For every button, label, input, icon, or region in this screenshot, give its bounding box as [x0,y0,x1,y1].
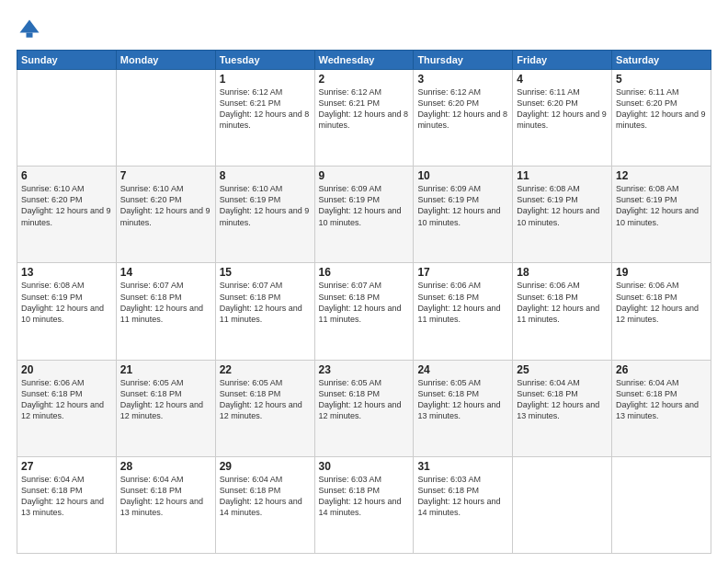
page: SundayMondayTuesdayWednesdayThursdayFrid… [0,0,728,563]
svg-rect-1 [27,33,33,38]
day-info: Sunrise: 6:04 AM Sunset: 6:18 PM Dayligh… [220,474,311,519]
day-info: Sunrise: 6:10 AM Sunset: 6:19 PM Dayligh… [220,183,311,228]
day-number: 19 [616,266,707,279]
day-info: Sunrise: 6:09 AM Sunset: 6:19 PM Dayligh… [417,183,508,228]
calendar-cell [17,70,117,167]
logo [17,17,46,42]
day-number: 21 [120,363,211,376]
day-info: Sunrise: 6:08 AM Sunset: 6:19 PM Dayligh… [616,183,707,228]
calendar-cell: 12Sunrise: 6:08 AM Sunset: 6:19 PM Dayli… [612,167,711,263]
day-info: Sunrise: 6:12 AM Sunset: 6:20 PM Dayligh… [417,86,508,132]
calendar-cell [116,70,215,167]
day-info: Sunrise: 6:04 AM Sunset: 6:18 PM Dayligh… [616,377,707,422]
day-number: 28 [120,460,211,473]
calendar-cell: 13Sunrise: 6:08 AM Sunset: 6:19 PM Dayli… [17,263,117,360]
day-info: Sunrise: 6:04 AM Sunset: 6:18 PM Dayligh… [120,474,211,519]
day-info: Sunrise: 6:07 AM Sunset: 6:18 PM Dayligh… [120,280,211,325]
calendar-cell: 3Sunrise: 6:12 AM Sunset: 6:20 PM Daylig… [414,70,513,167]
calendar-cell: 9Sunrise: 6:09 AM Sunset: 6:19 PM Daylig… [314,167,414,263]
day-number: 10 [417,169,508,182]
day-info: Sunrise: 6:05 AM Sunset: 6:18 PM Dayligh… [120,377,211,422]
calendar-cell: 19Sunrise: 6:06 AM Sunset: 6:18 PM Dayli… [612,263,711,360]
day-info: Sunrise: 6:06 AM Sunset: 6:18 PM Dayligh… [417,280,508,325]
day-info: Sunrise: 6:09 AM Sunset: 6:19 PM Dayligh… [319,183,410,228]
calendar-cell: 31Sunrise: 6:03 AM Sunset: 6:18 PM Dayli… [414,456,513,553]
day-info: Sunrise: 6:11 AM Sunset: 6:20 PM Dayligh… [517,86,608,132]
calendar-cell: 23Sunrise: 6:05 AM Sunset: 6:18 PM Dayli… [314,360,414,456]
day-number: 14 [120,266,211,279]
calendar-cell: 26Sunrise: 6:04 AM Sunset: 6:18 PM Dayli… [612,360,711,456]
day-number: 17 [417,266,508,279]
calendar-cell: 27Sunrise: 6:04 AM Sunset: 6:18 PM Dayli… [17,456,117,553]
calendar-cell: 6Sunrise: 6:10 AM Sunset: 6:20 PM Daylig… [17,167,117,263]
week-row-4: 27Sunrise: 6:04 AM Sunset: 6:18 PM Dayli… [17,456,711,553]
weekday-header-tuesday: Tuesday [215,51,314,70]
day-number: 1 [220,73,311,86]
day-info: Sunrise: 6:06 AM Sunset: 6:18 PM Dayligh… [21,377,112,422]
calendar-cell: 16Sunrise: 6:07 AM Sunset: 6:18 PM Dayli… [314,263,414,360]
day-number: 5 [616,73,707,86]
weekday-header-saturday: Saturday [612,51,711,70]
calendar-cell [513,456,612,553]
calendar-cell: 28Sunrise: 6:04 AM Sunset: 6:18 PM Dayli… [116,456,215,553]
weekday-header-thursday: Thursday [414,51,513,70]
calendar-cell: 5Sunrise: 6:11 AM Sunset: 6:20 PM Daylig… [612,70,711,167]
calendar-cell: 14Sunrise: 6:07 AM Sunset: 6:18 PM Dayli… [116,263,215,360]
day-info: Sunrise: 6:05 AM Sunset: 6:18 PM Dayligh… [319,377,410,422]
day-info: Sunrise: 6:10 AM Sunset: 6:20 PM Dayligh… [120,183,211,228]
day-info: Sunrise: 6:03 AM Sunset: 6:18 PM Dayligh… [319,474,410,519]
day-number: 4 [517,73,608,86]
weekday-header-friday: Friday [513,51,612,70]
calendar-cell: 1Sunrise: 6:12 AM Sunset: 6:21 PM Daylig… [215,70,314,167]
day-number: 18 [517,266,608,279]
day-number: 27 [21,460,112,473]
day-number: 31 [417,460,508,473]
calendar-cell: 25Sunrise: 6:04 AM Sunset: 6:18 PM Dayli… [513,360,612,456]
day-number: 20 [21,363,112,376]
week-row-2: 13Sunrise: 6:08 AM Sunset: 6:19 PM Dayli… [17,263,711,360]
calendar-cell: 21Sunrise: 6:05 AM Sunset: 6:18 PM Dayli… [116,360,215,456]
day-number: 3 [417,73,508,86]
calendar-cell: 11Sunrise: 6:08 AM Sunset: 6:19 PM Dayli… [513,167,612,263]
weekday-header-wednesday: Wednesday [314,51,414,70]
calendar-cell: 2Sunrise: 6:12 AM Sunset: 6:21 PM Daylig… [314,70,414,167]
day-number: 15 [220,266,311,279]
day-info: Sunrise: 6:12 AM Sunset: 6:21 PM Dayligh… [319,86,410,132]
day-info: Sunrise: 6:11 AM Sunset: 6:20 PM Dayligh… [616,86,707,132]
calendar-table: SundayMondayTuesdayWednesdayThursdayFrid… [17,50,711,554]
day-info: Sunrise: 6:06 AM Sunset: 6:18 PM Dayligh… [517,280,608,325]
weekday-header-monday: Monday [116,51,215,70]
day-number: 23 [319,363,410,376]
calendar-cell: 15Sunrise: 6:07 AM Sunset: 6:18 PM Dayli… [215,263,314,360]
day-number: 8 [220,169,311,182]
weekday-header-sunday: Sunday [17,51,117,70]
logo-icon [17,17,42,42]
day-number: 7 [120,169,211,182]
day-number: 2 [319,73,410,86]
day-info: Sunrise: 6:07 AM Sunset: 6:18 PM Dayligh… [319,280,410,325]
day-info: Sunrise: 6:03 AM Sunset: 6:18 PM Dayligh… [417,474,508,519]
day-info: Sunrise: 6:04 AM Sunset: 6:18 PM Dayligh… [517,377,608,422]
svg-marker-0 [20,20,40,33]
calendar-cell: 17Sunrise: 6:06 AM Sunset: 6:18 PM Dayli… [414,263,513,360]
calendar-cell [612,456,711,553]
day-number: 12 [616,169,707,182]
day-number: 9 [319,169,410,182]
calendar-cell: 10Sunrise: 6:09 AM Sunset: 6:19 PM Dayli… [414,167,513,263]
weekday-header-row: SundayMondayTuesdayWednesdayThursdayFrid… [17,51,711,70]
calendar-cell: 4Sunrise: 6:11 AM Sunset: 6:20 PM Daylig… [513,70,612,167]
day-info: Sunrise: 6:08 AM Sunset: 6:19 PM Dayligh… [21,280,112,325]
calendar-cell: 24Sunrise: 6:05 AM Sunset: 6:18 PM Dayli… [414,360,513,456]
day-info: Sunrise: 6:04 AM Sunset: 6:18 PM Dayligh… [21,474,112,519]
calendar-cell: 29Sunrise: 6:04 AM Sunset: 6:18 PM Dayli… [215,456,314,553]
day-number: 13 [21,266,112,279]
day-number: 25 [517,363,608,376]
day-info: Sunrise: 6:07 AM Sunset: 6:18 PM Dayligh… [220,280,311,325]
day-number: 26 [616,363,707,376]
day-info: Sunrise: 6:10 AM Sunset: 6:20 PM Dayligh… [21,183,112,228]
week-row-1: 6Sunrise: 6:10 AM Sunset: 6:20 PM Daylig… [17,167,711,263]
calendar-cell: 30Sunrise: 6:03 AM Sunset: 6:18 PM Dayli… [314,456,414,553]
week-row-3: 20Sunrise: 6:06 AM Sunset: 6:18 PM Dayli… [17,360,711,456]
day-number: 24 [417,363,508,376]
day-info: Sunrise: 6:08 AM Sunset: 6:19 PM Dayligh… [517,183,608,228]
